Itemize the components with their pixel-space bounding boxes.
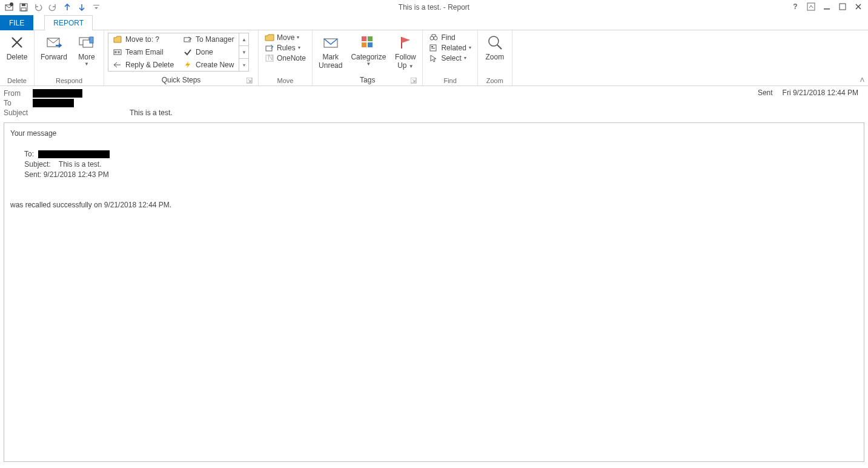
ribbon-tabs: FILE REPORT [0, 15, 868, 30]
svg-point-15 [118, 51, 120, 53]
forward-icon [44, 33, 64, 52]
qs-move-to[interactable]: Move to: ? [112, 35, 175, 44]
group-label-delete: Delete [4, 77, 30, 85]
close-icon[interactable] [851, 0, 866, 13]
body-sent-line: Sent: 9/21/2018 12:43 PM [10, 170, 109, 179]
binoculars-icon [429, 33, 439, 42]
qs-reply-delete[interactable]: Reply & Delete [112, 60, 175, 70]
minimize-icon[interactable] [820, 0, 834, 13]
previous-item-icon[interactable] [61, 1, 74, 14]
body-recall-line: was recalled successfully on 9/21/2018 1… [10, 201, 171, 209]
chevron-down-icon: ▼ [409, 64, 414, 69]
svg-rect-25 [368, 42, 373, 47]
qs-to-manager[interactable]: To Manager [182, 35, 235, 44]
help-icon[interactable]: ? [788, 0, 803, 13]
related-button[interactable]: Related▾ [426, 43, 473, 53]
chevron-down-icon: ▾ [297, 35, 299, 40]
group-tags: MarkUnread Categorize ▼ FollowUp ▼ Tags [313, 30, 423, 85]
group-move: Move▾ Rules▾ NOneNote Move [259, 30, 313, 85]
mark-unread-button[interactable]: MarkUnread [316, 32, 345, 72]
svg-rect-5 [93, 5, 99, 5]
group-label-quick-steps: Quick Steps [108, 76, 254, 85]
quick-access-toolbar [0, 1, 103, 14]
magnifier-icon [485, 33, 505, 52]
svg-point-27 [430, 36, 434, 40]
chevron-down-icon: ▾ [298, 45, 300, 50]
svg-point-1 [10, 2, 13, 6]
svg-rect-8 [840, 4, 846, 10]
ribbon-display-options-icon[interactable] [804, 0, 818, 13]
message-body[interactable]: Your message To: Subject: This is a test… [4, 122, 864, 462]
svg-rect-22 [362, 36, 366, 41]
folder-icon [113, 36, 122, 43]
tab-file[interactable]: FILE [0, 15, 33, 30]
dialog-launcher-icon[interactable] [410, 77, 417, 84]
more-respond-icon [77, 33, 96, 52]
qat-customize-icon[interactable] [90, 1, 103, 14]
gallery-scroll: ▲ ▼ ▾ [239, 33, 248, 71]
qs-create-new[interactable]: Create New [182, 60, 235, 70]
svg-point-14 [114, 51, 117, 53]
find-button[interactable]: Find [426, 33, 473, 42]
svg-rect-24 [362, 42, 366, 47]
group-label-tags: Tags [316, 76, 419, 85]
window-title: This is a test. - Report [399, 3, 469, 12]
chevron-down-icon: ▼ [366, 61, 371, 67]
from-value-redacted [33, 89, 82, 98]
follow-up-button[interactable]: FollowUp ▼ [392, 32, 419, 72]
maximize-icon[interactable] [835, 0, 850, 13]
chevron-down-icon: ▼ [84, 61, 89, 67]
ribbon: Delete Delete Forward More ▼ Respond Mov… [0, 30, 868, 86]
related-icon [429, 44, 439, 52]
group-zoom: Zoom Zoom [478, 30, 512, 85]
group-delete: Delete Delete [0, 30, 35, 85]
svg-rect-23 [368, 36, 373, 41]
svg-rect-3 [22, 4, 25, 6]
rules-button[interactable]: Rules▾ [262, 43, 308, 53]
to-label: To [4, 99, 33, 107]
onenote-icon: N [265, 54, 274, 62]
team-email-icon [113, 48, 122, 56]
gallery-scroll-down[interactable]: ▼ [239, 46, 248, 59]
forward-button[interactable]: Forward [38, 32, 70, 63]
app-icon[interactable] [2, 1, 16, 14]
delete-icon [7, 33, 27, 52]
zoom-button[interactable]: Zoom [482, 32, 508, 63]
svg-rect-6 [807, 3, 815, 10]
svg-rect-4 [21, 8, 26, 11]
body-subject-line: Subject: This is a test. [10, 160, 102, 169]
svg-rect-12 [90, 37, 93, 43]
group-respond: Forward More ▼ Respond [35, 30, 104, 85]
redo-icon[interactable] [46, 1, 59, 14]
checkmark-icon [184, 48, 192, 56]
quick-steps-gallery: Move to: ? Team Email Reply & Delete To … [108, 33, 249, 72]
save-icon[interactable] [17, 1, 30, 14]
qs-team-email[interactable]: Team Email [112, 47, 175, 57]
tab-report[interactable]: REPORT [44, 15, 93, 30]
subject-value: This is a test. [130, 109, 173, 117]
body-line-your-message: Your message [10, 129, 56, 138]
flag-icon [396, 33, 415, 52]
undo-icon[interactable] [31, 1, 45, 14]
categorize-icon [359, 33, 378, 52]
body-to-redacted [38, 150, 110, 158]
group-quick-steps: Move to: ? Team Email Reply & Delete To … [104, 30, 259, 85]
svg-rect-7 [824, 8, 830, 10]
group-label-find: Find [426, 77, 473, 85]
sent-label: Sent [758, 89, 773, 97]
chevron-down-icon: ▾ [469, 45, 471, 50]
categorize-button[interactable]: Categorize ▼ [348, 32, 388, 68]
gallery-expand[interactable]: ▾ [239, 59, 248, 71]
next-item-icon[interactable] [75, 1, 88, 14]
delete-button[interactable]: Delete [4, 32, 30, 63]
sent-value: Fri 9/21/2018 12:44 PM [783, 89, 858, 97]
from-label: From [4, 89, 33, 98]
gallery-scroll-up[interactable]: ▲ [239, 33, 248, 46]
collapse-ribbon-icon[interactable]: ᐱ [860, 76, 864, 83]
dialog-launcher-icon[interactable] [246, 77, 253, 84]
more-respond-button[interactable]: More ▼ [73, 32, 100, 68]
select-button[interactable]: Select▾ [426, 53, 473, 63]
reply-delete-icon [113, 61, 122, 69]
qs-done[interactable]: Done [182, 47, 235, 57]
move-button[interactable]: Move▾ [262, 33, 308, 42]
